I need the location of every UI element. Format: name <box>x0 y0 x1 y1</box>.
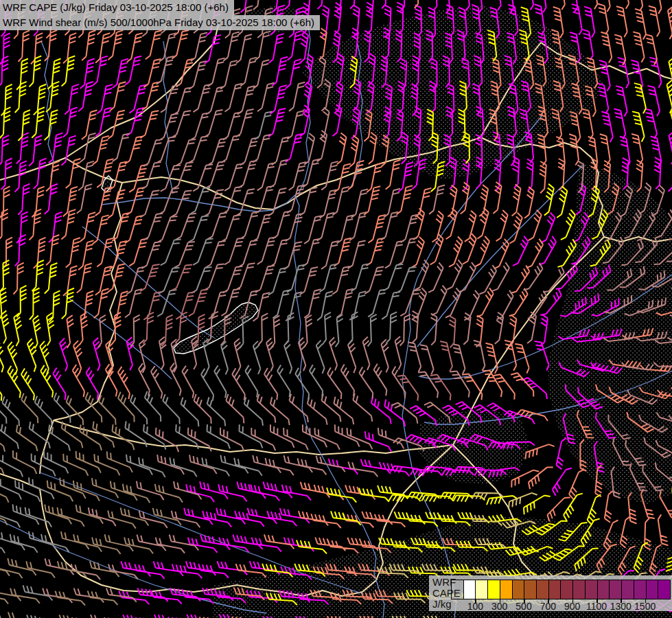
legend-units-label: J/kg <box>432 599 461 610</box>
colorbar-tick-label: 500 <box>515 601 531 612</box>
colorbar-cell <box>610 580 622 599</box>
colorbar-cell <box>561 580 573 599</box>
map-title-wind-shear: WRF Wind shear (m/s) 500/1000hPa Friday … <box>0 15 320 30</box>
colorbar-tick-label: 1100 <box>586 601 607 612</box>
colorbar-cell <box>634 580 647 599</box>
colorbar-tick-label: 900 <box>564 601 580 612</box>
river <box>41 41 54 177</box>
colorbar-cell <box>500 580 513 599</box>
colorbar-tick-label: 1300 <box>610 601 632 612</box>
colorbar-cell <box>658 580 670 599</box>
colorbar-cell <box>452 580 464 599</box>
colorbar-cell <box>622 580 634 599</box>
cape-colorbar <box>451 580 671 599</box>
colorbar-cell <box>524 580 537 599</box>
cape-legend: WRF CAPE J/kg 10030050070090011001300150… <box>429 575 672 611</box>
country-border <box>0 25 218 180</box>
colorbar-tick-label: 1500 <box>634 601 656 612</box>
wind-barb-set <box>0 392 183 618</box>
colorbar-cell <box>586 580 598 599</box>
colorbar-tick-label: 300 <box>491 601 507 612</box>
colorbar-cell <box>513 580 525 599</box>
colorbar-cell <box>573 580 586 599</box>
colorbar-cell <box>598 580 610 599</box>
colorbar-tick-label: 700 <box>540 601 556 612</box>
map-title-cape: WRF CAPE (J/kg) Friday 03-10-2025 18:00 … <box>0 0 234 15</box>
colorbar-cell <box>464 580 476 599</box>
weather-map-canvas <box>0 0 672 618</box>
colorbar-cell <box>476 580 488 599</box>
colorbar-cell <box>488 580 500 599</box>
colorbar-cell <box>647 580 659 599</box>
weather-map-stage: WRF CAPE (J/kg) Friday 03-10-2025 18:00 … <box>0 0 672 618</box>
colorbar-tick-label: 100 <box>467 601 483 612</box>
colorbar-cell <box>549 580 561 599</box>
colorbar-cell <box>537 580 549 599</box>
